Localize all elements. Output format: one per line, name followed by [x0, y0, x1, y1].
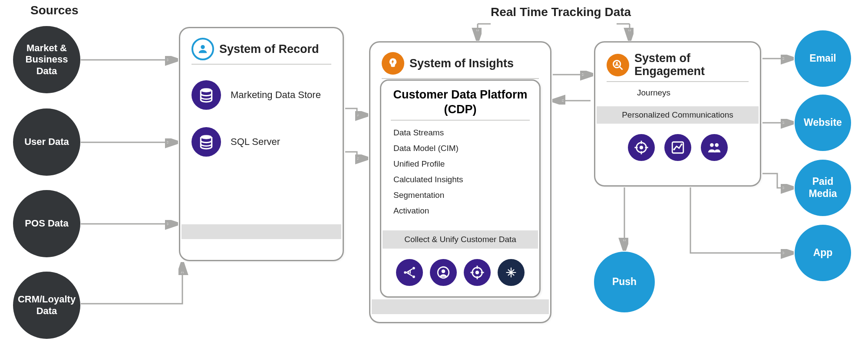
svg-point-3 [404, 271, 406, 274]
svg-point-11 [442, 269, 446, 273]
channel-paid-media: Paid Media [795, 160, 851, 216]
record-item-mds: Marketing Data Store [231, 89, 321, 101]
svg-point-30 [680, 144, 682, 145]
engagement-title: System of Engagement [634, 52, 749, 78]
engagement-subtitle: Journeys [595, 82, 760, 102]
sparkle-icon [498, 259, 525, 286]
svg-point-29 [673, 149, 675, 151]
channel-push: Push [594, 252, 655, 312]
database-icon [191, 80, 221, 110]
system-of-insights-box: System of Insights Customer Data Platfor… [369, 41, 551, 323]
svg-point-13 [475, 271, 479, 275]
database-icon [191, 127, 221, 157]
profile-icon [430, 259, 457, 286]
cdp-band: Collect & Unify Customer Data [383, 230, 538, 249]
channel-website: Website [795, 95, 851, 151]
svg-rect-9 [410, 270, 411, 274]
svg-line-20 [620, 66, 623, 69]
cdp-title: Customer Data Platform (CDP) [381, 81, 539, 120]
svg-point-23 [639, 146, 643, 150]
svg-line-6 [406, 269, 413, 273]
svg-point-4 [413, 267, 415, 269]
record-band [182, 224, 341, 239]
target-icon [628, 134, 655, 161]
svg-point-32 [715, 143, 719, 147]
engagement-band: Personalized Communications [597, 106, 759, 124]
cdp-feature-list: Data Streams Data Model (CIM) Unified Pr… [381, 121, 539, 223]
people-icon [701, 134, 728, 161]
tracking-label: Real Time Tracking Data [491, 5, 631, 19]
record-title: System of Record [219, 43, 319, 56]
svg-point-21 [616, 62, 618, 64]
svg-point-0 [201, 45, 205, 49]
source-user-data: User Data [13, 108, 80, 176]
source-crm-loyalty: CRM/Loyalty Data [13, 272, 80, 339]
insights-outer-band [372, 299, 549, 314]
svg-point-18 [510, 272, 512, 273]
sources-heading: Sources [30, 3, 79, 17]
magnify-user-icon [607, 54, 629, 76]
svg-point-31 [710, 143, 714, 147]
lightbulb-icon [382, 52, 404, 75]
record-item-sql: SQL Server [231, 136, 280, 148]
svg-point-2 [201, 135, 211, 139]
svg-rect-8 [408, 271, 409, 274]
source-market-business: Market & Business Data [13, 26, 80, 93]
channel-email: Email [795, 30, 851, 87]
svg-point-5 [413, 276, 415, 278]
source-pos-data: POS Data [13, 190, 80, 257]
insights-title: System of Insights [409, 57, 514, 70]
cdp-box: Customer Data Platform (CDP) Data Stream… [380, 79, 541, 298]
connect-icon [396, 259, 423, 286]
svg-point-1 [201, 88, 211, 92]
chart-icon [664, 134, 691, 161]
system-of-engagement-box: System of Engagement Journeys Personaliz… [594, 41, 761, 187]
svg-line-7 [406, 272, 413, 276]
system-of-record-box: System of Record Marketing Data Store SQ… [179, 27, 344, 261]
channel-app: App [795, 225, 851, 281]
target-icon [464, 259, 491, 286]
user-circle-icon [191, 38, 214, 60]
